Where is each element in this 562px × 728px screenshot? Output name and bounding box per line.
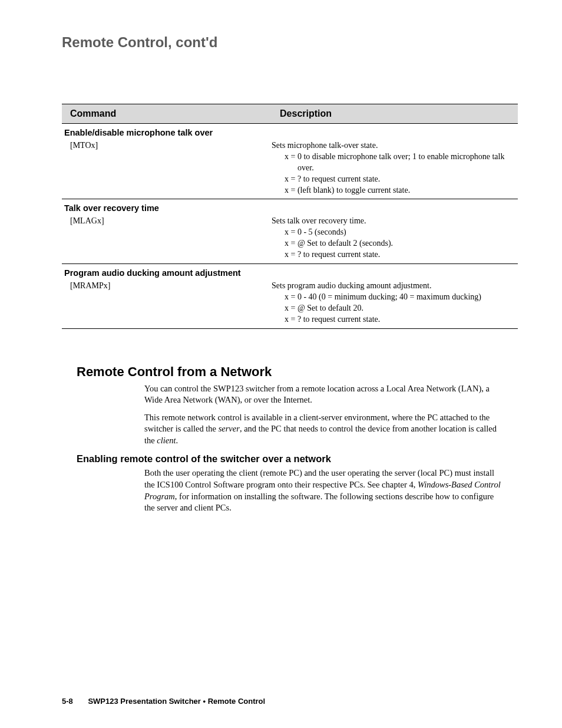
- command-cell: [MLAGx]: [62, 215, 272, 263]
- desc-lead: Sets microphone talk-over state.: [272, 140, 512, 151]
- section-divider: [62, 328, 518, 329]
- desc-lead: Sets talk over recovery time.: [272, 216, 512, 227]
- table-section-title: Program audio ducking amount adjustment: [62, 264, 518, 280]
- col-header-description: Description: [272, 104, 518, 124]
- text-run: , for information on installing the soft…: [144, 492, 494, 513]
- desc-lead: Sets program audio ducking amount adjust…: [272, 281, 512, 292]
- italic-term-client: client: [157, 436, 176, 445]
- table-header-row: Command Description: [62, 104, 518, 124]
- x-line: x = 0 to disable microphone talk over; 1…: [285, 151, 512, 174]
- command-table: Command Description Enable/disable micro…: [62, 104, 518, 329]
- table-row: [MRAMPx] Sets program audio ducking amou…: [62, 279, 518, 328]
- section-title-text: Talk over recovery time: [62, 199, 518, 215]
- footer-title: SWP123 Presentation Switcher • Remote Co…: [88, 697, 265, 706]
- table-row: [MTOx] Sets microphone talk-over state. …: [62, 139, 518, 199]
- col-header-command: Command: [62, 104, 272, 124]
- section-heading-remote-network: Remote Control from a Network: [77, 364, 518, 380]
- subsection-heading-enabling: Enabling remote control of the switcher …: [77, 453, 518, 465]
- description-cell: Sets microphone talk-over state. x = 0 t…: [272, 139, 518, 199]
- x-line: x = ? to request current state.: [285, 314, 512, 325]
- command-cell: [MTOx]: [62, 139, 272, 199]
- description-cell: Sets talk over recovery time. x = 0 - 5 …: [272, 215, 518, 263]
- x-line: x = ? to request current state.: [285, 249, 512, 261]
- text-run: .: [176, 436, 178, 445]
- table-section-title: Talk over recovery time: [62, 199, 518, 215]
- section-title-text: Program audio ducking amount adjustment: [62, 264, 518, 280]
- x-line: x = @ Set to default 20.: [285, 303, 512, 314]
- table-section-title: Enable/disable microphone talk over: [62, 124, 518, 140]
- description-cell: Sets program audio ducking amount adjust…: [272, 279, 518, 328]
- page-footer: 5-8 SWP123 Presentation Switcher • Remot…: [62, 697, 265, 706]
- body-paragraph: This remote network control is available…: [144, 412, 518, 447]
- body-paragraph: Both the user operating the client (remo…: [144, 467, 518, 513]
- x-line: x = @ Set to default 2 (seconds).: [285, 238, 512, 249]
- x-line: x = 0 - 5 (seconds): [285, 227, 512, 238]
- table-row: [MLAGx] Sets talk over recovery time. x …: [62, 215, 518, 263]
- x-line: x = ? to request current state.: [285, 174, 512, 185]
- page-number: 5-8: [62, 697, 73, 706]
- italic-term-server: server: [219, 424, 240, 433]
- body-paragraph: You can control the SWP123 switcher from…: [144, 383, 518, 406]
- x-line: x = 0 - 40 (0 = minimum ducking; 40 = ma…: [285, 292, 512, 303]
- x-line: x = (left blank) to toggle current state…: [285, 185, 512, 196]
- section-title-text: Enable/disable microphone talk over: [62, 124, 518, 140]
- command-cell: [MRAMPx]: [62, 279, 272, 328]
- page-header-title: Remote Control, cont'd: [62, 34, 518, 51]
